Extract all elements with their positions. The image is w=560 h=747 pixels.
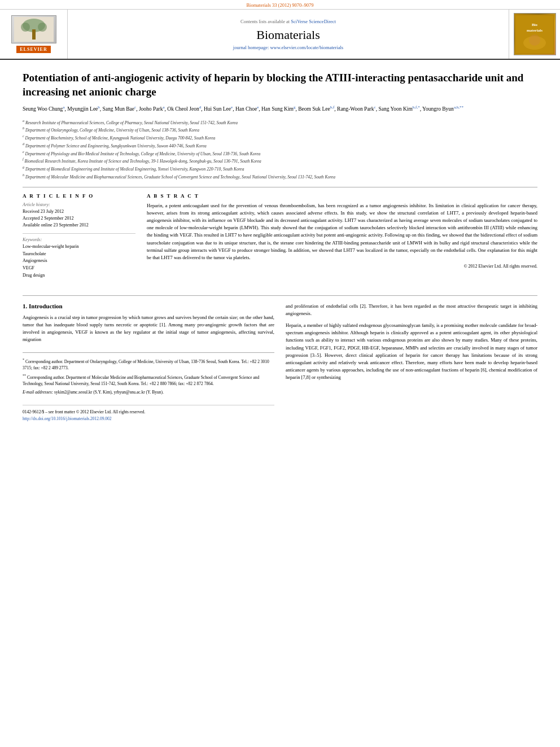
article-history: Article history: Received 23 July 2012 A… [23,202,135,229]
info-abstract-section: A R T I C L E I N F O Article history: R… [23,193,537,284]
section1-heading: 1. Introduction [23,303,274,309]
sciverse-text: Contents lists available at SciVerse Sci… [240,19,336,24]
body-content: 1. Introduction Angiogenesis is a crucia… [23,295,537,421]
journal-header: ELSEVIER Contents lists available at Sci… [0,10,560,60]
info-divider [23,233,135,234]
footnote-email: E-mail addresses: sykim2@amc.seoul.kr (S… [23,389,274,395]
body-two-col: 1. Introduction Angiogenesis is a crucia… [23,303,537,421]
keyword-2: Taurocholate [23,251,135,258]
keyword-1: Low-molecular-weight heparin [23,243,135,251]
affiliation-c: c Department of Biochemistry, School of … [23,134,537,141]
svg-text:Bio: Bio [532,23,538,27]
svg-point-4 [38,23,47,32]
abstract-heading: A B S T R A C T [147,193,537,199]
abstract-col: A B S T R A C T Heparin, a potent antico… [147,193,537,284]
svg-rect-2 [32,29,36,40]
citation-text: Biomaterials 33 (2012) 9070–9079 [246,2,313,8]
sciverse-link[interactable]: SciVerse ScienceDirect [291,19,336,24]
journal-cover-area: Bio materials [509,10,560,59]
doi-link[interactable]: http://dx.doi.org/10.1016/j.biomaterials… [23,416,112,421]
affiliation-h: h Department of Molecular Medicine and B… [23,173,537,180]
svg-point-10 [529,34,540,46]
abstract-copyright: © 2012 Elsevier Ltd. All rights reserved… [147,264,537,269]
keywords-label: Keywords: [23,237,135,242]
accepted-date: Accepted 2 September 2012 [23,215,135,222]
keywords-section: Keywords: Low-molecular-weight heparin T… [23,237,135,279]
affiliation-a: a Research Institute of Pharmaceutical S… [23,119,537,126]
available-date: Available online 23 September 2012 [23,222,135,229]
bottom-bar: 0142-9612/$ – see front matter © 2012 El… [23,405,274,421]
footnotes-area: * Corresponding author. Department of Ot… [23,352,274,395]
journal-title: Biomaterials [256,28,320,42]
keywords-list: Low-molecular-weight heparin Taurocholat… [23,243,135,279]
elsevier-logo: ELSEVIER [11,15,56,53]
affiliation-d: d Department of Polymer Science and Engi… [23,142,537,149]
svg-text:materials: materials [527,28,542,33]
keyword-4: VEGF [23,265,135,272]
footnote-star2: ** Corresponding author. Department of M… [23,373,274,387]
abstract-text: Heparin, a potent anticoagulant used for… [147,202,537,261]
body-left-col: 1. Introduction Angiogenesis is a crucia… [23,303,274,421]
keyword-5: Drug design [23,272,135,279]
affiliation-b: b Department of Otolaryngology, College … [23,126,537,133]
article-info-col: A R T I C L E I N F O Article history: R… [23,193,135,284]
received-date: Received 23 July 2012 [23,208,135,215]
journal-cover-image: Bio materials [514,13,556,55]
keyword-3: Angiogenesis [23,257,135,265]
authors-line: Seung Woo Chunga, Myungjin Leeb, Sang Mu… [23,104,537,113]
header-divider [23,187,537,187]
affiliations: a Research Institute of Pharmaceutical S… [23,119,537,180]
intro-para-right-2: Heparin, a member of highly sulfated end… [286,322,537,381]
affiliation-e: e Department of Physiology and Bio-Medic… [23,150,537,157]
elsevier-graphic [11,15,56,43]
body-right-col: and proliferation of endothelial cells [… [286,303,537,421]
main-content: Potentiation of anti-angiogenic activity… [0,60,560,433]
intro-para-right-1: and proliferation of endothelial cells [… [286,303,537,317]
elsevier-label: ELSEVIER [16,46,50,53]
affiliation-f: f Biomedical Research Institute, Korea I… [23,157,537,164]
affiliation-g: g Department of Biomedical Engineering a… [23,165,537,172]
svg-point-3 [21,23,30,32]
footnote-star1: * Corresponding author. Department of Ot… [23,357,274,371]
article-info-heading: A R T I C L E I N F O [23,193,135,199]
journal-homepage: journal homepage: www.elsevier.com/locat… [233,45,343,50]
intro-para-1: Angiogenesis is a crucial step in tumor … [23,314,274,344]
issn-text: 0142-9612/$ – see front matter © 2012 El… [23,409,274,415]
publisher-logo-area: ELSEVIER [0,10,68,59]
article-title: Potentiation of anti-angiogenic activity… [23,71,537,99]
history-label: Article history: [23,202,135,207]
journal-title-area: Contents lists available at SciVerse Sci… [68,10,509,59]
citation-bar: Biomaterials 33 (2012) 9070–9079 [0,0,560,10]
homepage-url: www.elsevier.com/locate/biomaterials [270,45,343,50]
